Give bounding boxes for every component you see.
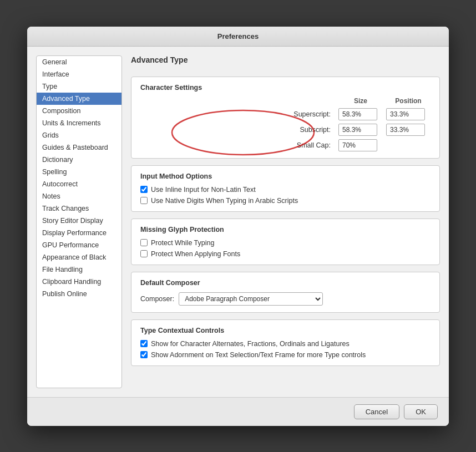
sidebar-item-grids[interactable]: Grids <box>37 129 121 141</box>
type-contextual-title: Type Contextual Controls <box>140 327 431 334</box>
superscript-label: Superscript: <box>140 110 335 118</box>
preferences-dialog: Preferences GeneralInterfaceTypeAdvanced… <box>27 27 449 426</box>
subscript-position-input[interactable] <box>386 124 425 136</box>
sidebar-item-publish-online[interactable]: Publish Online <box>37 288 121 300</box>
smallcap-label: Small Cap: <box>140 141 335 149</box>
sidebar-item-guides-&-pasteboard[interactable]: Guides & Pasteboard <box>37 141 121 154</box>
sidebar-item-appearance-of-black[interactable]: Appearance of Black <box>37 251 121 263</box>
sidebar-item-interface[interactable]: Interface <box>37 68 121 80</box>
subscript-size-input[interactable] <box>338 124 377 136</box>
cancel-button[interactable]: Cancel <box>354 404 399 419</box>
input-method-title: Input Method Options <box>140 172 431 180</box>
sidebar-item-notes[interactable]: Notes <box>37 190 121 202</box>
input-method-checkbox-2[interactable] <box>140 197 148 204</box>
sidebar-item-file-handling[interactable]: File Handling <box>37 263 121 276</box>
missing-glyph-option-2: Protect When Applying Fonts <box>140 250 431 258</box>
sidebar-item-spelling[interactable]: Spelling <box>37 166 121 178</box>
sidebar-item-advanced-type[interactable]: Advanced Type <box>37 93 121 105</box>
dialog-title: Preferences <box>27 27 449 47</box>
superscript-position-input[interactable] <box>386 108 425 120</box>
superscript-size-input[interactable] <box>338 108 377 120</box>
missing-glyph-label-1: Protect While Typing <box>151 239 214 247</box>
composer-row: Composer: Adobe Paragraph Composer Adobe… <box>140 292 431 306</box>
sidebar-item-dictionary[interactable]: Dictionary <box>37 154 121 166</box>
smallcap-size-input[interactable] <box>338 139 377 151</box>
type-contextual-checkbox-1[interactable] <box>140 340 148 347</box>
input-method-option-2: Use Native Digits When Typing in Arabic … <box>140 197 431 205</box>
sidebar-item-clipboard-handling[interactable]: Clipboard Handling <box>37 276 121 288</box>
col-position-header: Position <box>386 97 431 105</box>
char-settings-wrapper: Size Position Superscript: Subscript: Sm… <box>140 97 431 151</box>
character-settings-title: Character Settings <box>140 84 431 92</box>
default-composer-panel: Default Composer Composer: Adobe Paragra… <box>131 272 440 313</box>
missing-glyph-label-2: Protect When Applying Fonts <box>151 250 240 258</box>
input-method-label-2: Use Native Digits When Typing in Arabic … <box>151 197 298 205</box>
missing-glyph-checkbox-2[interactable] <box>140 250 148 257</box>
sidebar-item-autocorrect[interactable]: Autocorrect <box>37 178 121 190</box>
type-contextual-label-2: Show Adornment on Text Selection/Text Fr… <box>151 351 366 359</box>
type-contextual-label-1: Show for Character Alternates, Fractions… <box>151 340 350 348</box>
type-contextual-option-1: Show for Character Alternates, Fractions… <box>140 340 431 348</box>
missing-glyph-checkbox-1[interactable] <box>140 239 148 246</box>
missing-glyph-option-1: Protect While Typing <box>140 239 431 247</box>
section-label: Advanced Type <box>131 55 440 64</box>
char-settings-grid: Size Position Superscript: Subscript: Sm… <box>140 97 431 151</box>
sidebar-item-composition[interactable]: Composition <box>37 105 121 117</box>
main-content: Advanced Type Character Settings Size Po… <box>131 55 440 388</box>
missing-glyph-panel: Missing Glyph Protection Protect While T… <box>131 219 440 265</box>
type-contextual-checkbox-2[interactable] <box>140 351 148 358</box>
sidebar-item-track-changes[interactable]: Track Changes <box>37 202 121 215</box>
sidebar-item-display-performance[interactable]: Display Performance <box>37 227 121 239</box>
sidebar-item-story-editor-display[interactable]: Story Editor Display <box>37 215 121 227</box>
dialog-body: GeneralInterfaceTypeAdvanced TypeComposi… <box>27 47 449 397</box>
dialog-footer: Cancel OK <box>27 397 449 426</box>
input-method-panel: Input Method Options Use Inline Input fo… <box>131 165 440 212</box>
sidebar-item-units-&-increments[interactable]: Units & Increments <box>37 117 121 129</box>
col-size-header: Size <box>338 97 383 105</box>
sidebar-item-gpu-performance[interactable]: GPU Performance <box>37 239 121 251</box>
ok-button[interactable]: OK <box>404 404 438 419</box>
default-composer-title: Default Composer <box>140 279 431 287</box>
input-method-checkbox-1[interactable] <box>140 186 148 193</box>
type-contextual-panel: Type Contextual Controls Show for Charac… <box>131 319 440 366</box>
sidebar-item-general[interactable]: General <box>37 56 121 68</box>
subscript-label: Subscript: <box>140 126 335 134</box>
input-method-option-1: Use Inline Input for Non-Latin Text <box>140 186 431 194</box>
composer-select[interactable]: Adobe Paragraph Composer Adobe Single-li… <box>179 292 323 306</box>
sidebar-item-type[interactable]: Type <box>37 80 121 93</box>
sidebar: GeneralInterfaceTypeAdvanced TypeComposi… <box>36 55 122 388</box>
missing-glyph-title: Missing Glyph Protection <box>140 226 431 233</box>
composer-label: Composer: <box>140 295 174 303</box>
character-settings-panel: Character Settings Size Position Supersc… <box>131 77 440 159</box>
type-contextual-option-2: Show Adornment on Text Selection/Text Fr… <box>140 351 431 359</box>
input-method-label-1: Use Inline Input for Non-Latin Text <box>151 186 256 194</box>
